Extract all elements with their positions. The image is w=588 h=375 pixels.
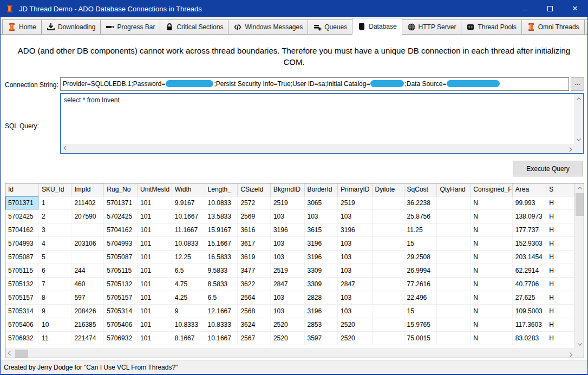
table-cell[interactable]: H: [546, 223, 574, 236]
sql-horizontal-scrollbar[interactable]: [61, 144, 574, 153]
table-cell[interactable]: 208426: [71, 304, 104, 318]
table-cell[interactable]: 3196: [338, 223, 372, 236]
table-cell[interactable]: 103: [338, 236, 372, 250]
connection-string-input[interactable]: Provider=SQLOLEDB.1;Password=;Persist Se…: [60, 77, 569, 91]
table-cell[interactable]: 5704162: [104, 223, 138, 236]
table-cell[interactable]: 10.1667: [205, 331, 238, 345]
tab-critical-sections[interactable]: Critical Sections: [160, 19, 228, 34]
table-cell[interactable]: 3196: [304, 304, 338, 318]
table-cell[interactable]: 5705132: [104, 277, 138, 291]
browse-button[interactable]: ...: [571, 77, 584, 91]
table-cell[interactable]: 101: [138, 291, 172, 304]
table-cell[interactable]: [372, 291, 404, 304]
table-cell[interactable]: 9: [39, 304, 71, 318]
table-cell[interactable]: 4.25: [172, 291, 205, 304]
table-cell[interactable]: 5704993: [5, 236, 39, 250]
table-cell[interactable]: H: [546, 209, 574, 223]
table-cell[interactable]: [372, 236, 404, 250]
table-cell[interactable]: N: [471, 264, 512, 277]
table-cell[interactable]: N: [471, 196, 512, 209]
tab-hurt-my-cpu[interactable]: Hurt My CPU: [584, 19, 588, 34]
execute-query-button[interactable]: Execute Query: [513, 161, 583, 176]
table-cell[interactable]: 36.2238: [404, 196, 437, 209]
column-header-csizeid[interactable]: CSizeId: [238, 183, 270, 196]
table-cell[interactable]: 2519: [338, 196, 372, 209]
table-cell[interactable]: 2568: [238, 304, 270, 318]
table-cell[interactable]: H: [546, 250, 574, 264]
table-cell[interactable]: 103: [338, 264, 372, 277]
table-cell[interactable]: 5706932: [5, 331, 39, 345]
table-cell[interactable]: 5705314: [104, 304, 138, 318]
table-cell[interactable]: N: [471, 304, 512, 318]
table-cell[interactable]: 3477: [238, 264, 270, 277]
scroll-right-button[interactable]: [565, 144, 574, 153]
table-cell[interactable]: 3622: [238, 277, 270, 291]
scrollbar-thumb[interactable]: [15, 350, 28, 358]
table-cell[interactable]: [437, 223, 471, 236]
tab-queues[interactable]: Queues: [308, 19, 352, 34]
table-cell[interactable]: [437, 331, 471, 345]
table-cell[interactable]: 5705115: [104, 264, 138, 277]
table-cell[interactable]: 9.9167: [172, 196, 205, 209]
table-cell[interactable]: 27.625: [512, 291, 546, 304]
table-cell[interactable]: 207590: [71, 209, 104, 223]
table-cell[interactable]: 40.7706: [512, 277, 546, 291]
table-cell[interactable]: [71, 250, 104, 264]
table-cell[interactable]: [437, 291, 471, 304]
table-cell[interactable]: H: [546, 236, 574, 250]
table-cell[interactable]: 103: [338, 304, 372, 318]
table-cell[interactable]: 2567: [238, 331, 270, 345]
table-cell[interactable]: 211402: [71, 196, 104, 209]
table-cell[interactable]: 10: [39, 318, 71, 331]
table-cell[interactable]: [71, 223, 104, 236]
table-cell[interactable]: N: [471, 277, 512, 291]
table-cell[interactable]: 460: [71, 277, 104, 291]
table-cell[interactable]: 3196: [270, 223, 304, 236]
table-cell[interactable]: 2828: [304, 291, 338, 304]
table-cell[interactable]: 10.8333: [205, 318, 238, 331]
table-cell[interactable]: 5705406: [5, 318, 39, 331]
table-cell[interactable]: 103: [270, 209, 304, 223]
table-cell[interactable]: 5705157: [104, 291, 138, 304]
table-cell[interactable]: 10.1667: [172, 209, 205, 223]
table-cell[interactable]: 5701371: [5, 196, 39, 209]
table-cell[interactable]: 117.3603: [512, 318, 546, 331]
table-cell[interactable]: 4.75: [172, 277, 205, 291]
table-cell[interactable]: 152.9303: [512, 236, 546, 250]
table-cell[interactable]: H: [546, 277, 574, 291]
table-cell[interactable]: [437, 250, 471, 264]
table-cell[interactable]: H: [546, 304, 574, 318]
column-header-unitmesid[interactable]: UnitMesId: [138, 183, 172, 196]
table-cell[interactable]: N: [471, 236, 512, 250]
scrollbar-thumb[interactable]: [576, 193, 584, 216]
table-cell[interactable]: 3309: [304, 264, 338, 277]
table-cell[interactable]: 3619: [238, 250, 270, 264]
table-cell[interactable]: N: [471, 291, 512, 304]
table-cell[interactable]: [437, 236, 471, 250]
column-header-area[interactable]: Area: [512, 183, 546, 196]
table-cell[interactable]: 216385: [71, 318, 104, 331]
table-cell[interactable]: 5705157: [5, 291, 39, 304]
table-cell[interactable]: 101: [138, 209, 172, 223]
table-cell[interactable]: 1: [39, 196, 71, 209]
table-cell[interactable]: 15.9765: [404, 318, 437, 331]
table-cell[interactable]: 5705087: [104, 250, 138, 264]
column-header-borderid[interactable]: BorderId: [304, 183, 338, 196]
table-cell[interactable]: 75.0015: [404, 331, 437, 345]
table-cell[interactable]: 29.2508: [404, 250, 437, 264]
table-cell[interactable]: 138.0973: [512, 209, 546, 223]
table-cell[interactable]: 101: [138, 264, 172, 277]
table-cell[interactable]: 2853: [304, 318, 338, 331]
table-cell[interactable]: 2519: [270, 264, 304, 277]
table-cell[interactable]: N: [471, 250, 512, 264]
table-cell[interactable]: [437, 318, 471, 331]
table-cell[interactable]: 3597: [304, 331, 338, 345]
table-cell[interactable]: 15.9167: [205, 223, 238, 236]
table-cell[interactable]: 15.1667: [205, 236, 238, 250]
column-header-sku-id[interactable]: SKU_Id: [39, 183, 71, 196]
table-cell[interactable]: H: [546, 318, 574, 331]
table-cell[interactable]: 16.5833: [205, 250, 238, 264]
table-cell[interactable]: 2572: [238, 196, 270, 209]
table-cell[interactable]: 101: [138, 318, 172, 331]
table-cell[interactable]: 103: [304, 209, 338, 223]
